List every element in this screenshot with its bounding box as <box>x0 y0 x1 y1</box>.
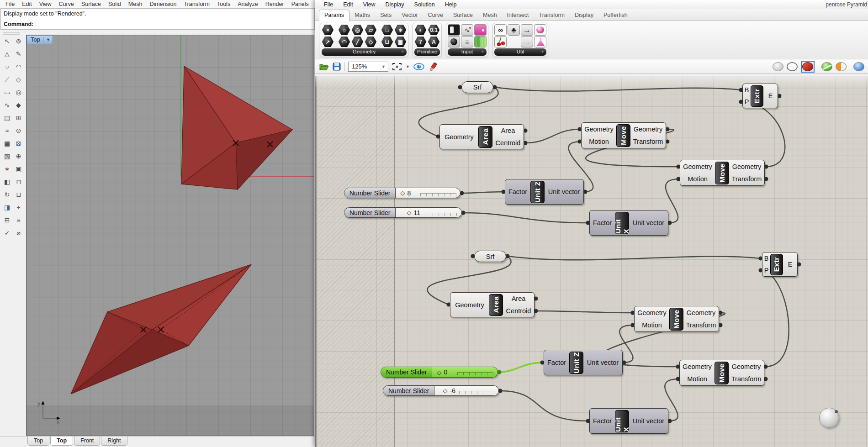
rhino-menu-item[interactable]: Tools <box>213 1 234 7</box>
output-ports[interactable]: AreaCentroid <box>503 293 534 317</box>
component-tag[interactable]: Move <box>715 162 729 184</box>
rhino-menu-item[interactable]: Mesh <box>125 1 146 7</box>
input-ports[interactable]: Factor <box>544 350 569 375</box>
viewport-tab-top-1[interactable]: Top <box>27 436 49 446</box>
group-label-input[interactable]: Input + <box>448 48 487 56</box>
output-ports[interactable]: GeometryTransform <box>683 306 719 331</box>
rhino-menu-item[interactable]: File <box>2 1 18 7</box>
output-ports[interactable]: GeometryTransform <box>729 160 764 185</box>
preview-eye-icon[interactable] <box>413 62 425 71</box>
number-slider-8[interactable]: Number Slider ◇ 8 <box>344 188 460 198</box>
boolean-icon[interactable]: ⊕ <box>13 150 24 163</box>
param-srf-1[interactable]: Srf <box>461 81 493 93</box>
rhino-menu-item[interactable]: Solid <box>105 1 125 7</box>
panel-icon[interactable] <box>474 24 487 36</box>
patch-icon[interactable]: ▣ <box>13 163 24 175</box>
wave-icon[interactable]: ≈ <box>1 124 13 137</box>
value-list-icon[interactable]: ≡ <box>461 36 473 47</box>
slider-knob[interactable]: ◇ <box>407 209 411 216</box>
diameter-icon[interactable]: ⌀ <box>13 226 24 239</box>
param-mesh-icon[interactable]: ∗ <box>394 24 407 36</box>
viewport-tab-top-2[interactable]: Top <box>50 436 73 446</box>
slider-track[interactable]: ◇ 11 <box>396 208 461 217</box>
output-ports[interactable]: Unit vector <box>629 210 668 235</box>
preview-custom-icon[interactable] <box>853 62 864 71</box>
canvas-compass-widget[interactable] <box>819 408 839 428</box>
curve-tools-icon[interactable]: ∿ <box>1 99 13 111</box>
surface-icon[interactable]: ▤ <box>1 111 13 124</box>
offset-icon[interactable]: ⊔ <box>13 188 24 201</box>
split-icon[interactable]: ◧ <box>1 175 13 188</box>
tab-pufferfish[interactable]: Pufferfish <box>598 10 633 21</box>
viewport-tab-right[interactable]: Right <box>101 436 127 446</box>
param-circle-icon[interactable]: ○ <box>338 24 350 36</box>
component-area-2[interactable]: Geometry Area AreaCentroid <box>450 292 535 317</box>
component-tag[interactable]: Unit Z <box>530 181 545 203</box>
save-file-icon[interactable] <box>332 62 341 71</box>
slider-knob[interactable]: ◇ <box>437 369 441 376</box>
tab-maths[interactable]: Maths <box>349 10 375 21</box>
open-file-icon[interactable] <box>319 62 329 71</box>
param-box-icon[interactable]: □ <box>381 24 393 36</box>
circle-icon[interactable]: ○ <box>1 60 13 73</box>
component-tag[interactable]: Unit X <box>615 410 629 432</box>
output-ports[interactable]: Unit vector <box>629 409 668 433</box>
preview-off-icon[interactable] <box>821 62 832 71</box>
ellipse-icon[interactable]: ◎ <box>13 86 24 99</box>
param-number-icon[interactable]: 0.1 <box>428 24 440 36</box>
group-menu-icon[interactable]: + <box>402 48 404 55</box>
group-label-primitive[interactable]: Primitive + <box>414 48 440 56</box>
extend-icon[interactable]: ⊓ <box>13 175 24 188</box>
gh-menu-item[interactable]: Solution <box>409 1 440 8</box>
solid-icon[interactable]: ◆ <box>13 99 24 111</box>
number-slider-icon[interactable] <box>448 24 460 36</box>
param-integer-icon[interactable]: 7 <box>414 36 427 47</box>
tab-display[interactable]: Display <box>570 10 598 21</box>
param-brep-icon[interactable]: ▣ <box>394 36 407 47</box>
slider-track[interactable]: ◇ 0 <box>432 367 498 377</box>
component-tag[interactable]: Unit Z <box>569 352 583 374</box>
component-unit-x-1[interactable]: Factor Unit X Unit vector <box>589 210 668 236</box>
check-icon[interactable]: ✓ <box>1 226 13 239</box>
rhino-command-input[interactable]: Command: <box>0 19 315 30</box>
gh-menu-item[interactable]: Display <box>381 1 409 8</box>
component-area-1[interactable]: Geometry Area AreaCentroid <box>439 124 524 149</box>
tab-curve[interactable]: Curve <box>423 10 448 21</box>
display-wireframe-icon[interactable] <box>787 62 798 71</box>
gradient-icon[interactable] <box>474 36 487 47</box>
fitness-landscape-icon[interactable]: ♣ <box>508 24 520 36</box>
gh-menu-item[interactable]: Help <box>440 1 462 8</box>
rhino-menu-item[interactable]: Analyze <box>234 1 261 7</box>
tab-mesh[interactable]: Mesh <box>478 10 502 21</box>
param-viewer-icon[interactable]: ∞ <box>494 24 507 36</box>
input-ports[interactable]: GeometryMotion <box>582 123 616 148</box>
number-slider-0-selected[interactable]: Number Slider ◇ 0 <box>381 367 498 378</box>
point-icon[interactable]: △ <box>1 47 13 60</box>
param-srf-2[interactable]: Srf <box>474 251 506 262</box>
gh-canvas[interactable]: Srf Geometry Area AreaCentroid GeometryM… <box>315 76 868 447</box>
param-null-icon[interactable]: × <box>322 24 334 36</box>
gh-menu-item[interactable]: View <box>358 1 381 8</box>
component-move-1[interactable]: GeometryMotion Move GeometryTransform <box>581 122 666 148</box>
number-slider-11[interactable]: Number Slider ◇ 11 <box>344 207 462 218</box>
preview-selected-icon[interactable] <box>836 62 847 71</box>
zoom-extents-icon[interactable] <box>392 62 402 71</box>
annotate-icon[interactable]: ✎ <box>13 47 24 60</box>
rhino-menu-item[interactable]: Dimension <box>146 1 180 7</box>
param-surface-icon[interactable]: ⊔ <box>381 36 393 47</box>
paint-tool-icon[interactable] <box>428 62 439 72</box>
input-ports[interactable]: Geometry <box>450 293 489 317</box>
graph-mapper-icon[interactable]: ∿ <box>461 24 473 36</box>
group-menu-icon[interactable]: + <box>541 48 544 55</box>
mirror-icon[interactable]: ⊟ <box>1 214 13 226</box>
group-label-geometry[interactable]: Geometry + <box>322 48 407 56</box>
param-vector-icon[interactable]: ↗ <box>322 36 334 47</box>
viewport-tab-front[interactable]: Front <box>74 436 100 446</box>
slider-label[interactable]: Number Slider <box>344 208 396 217</box>
tab-intersect[interactable]: Intersect <box>502 10 534 21</box>
component-tag[interactable]: Move <box>715 362 729 384</box>
param-point-icon[interactable]: ◇ <box>365 36 377 47</box>
rhino-menu-item[interactable]: Render <box>262 1 288 7</box>
viewport-title-tab[interactable]: Top ▼ <box>26 35 53 44</box>
slider-knob[interactable]: ◇ <box>443 387 447 394</box>
